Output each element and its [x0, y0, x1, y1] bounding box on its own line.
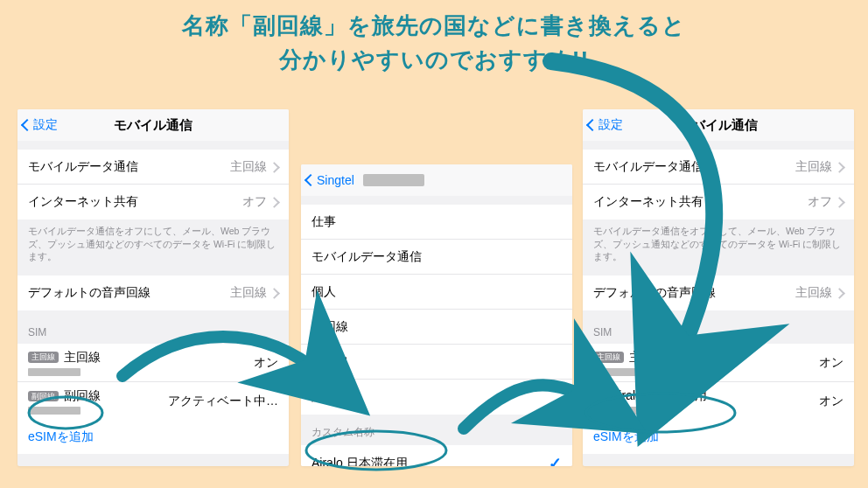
row-value: 主回線	[230, 285, 267, 301]
row-hotspot[interactable]: インターネット共有 オフ	[18, 185, 289, 220]
sim-info: 主回線 主回線	[593, 350, 819, 376]
chevron-right-icon	[836, 195, 844, 209]
nav-title: モバイル通信	[18, 117, 289, 134]
chevron-right-icon	[270, 160, 278, 174]
group-voice: デフォルトの音声回線 主回線	[18, 275, 289, 310]
back-label: 設定	[33, 117, 58, 133]
row-label: デフォルトの音声回線	[28, 285, 230, 301]
redacted-icon	[593, 368, 646, 376]
sim-section-header: SIM	[583, 310, 854, 344]
row-label: デフォルトの音声回線	[593, 285, 795, 301]
option-label: モバイルデータ通信	[312, 249, 562, 265]
row-label: モバイルデータ通信	[28, 159, 230, 175]
back-label: Singtel	[317, 173, 354, 187]
row-hotspot[interactable]: インターネット共有 オフ	[583, 185, 854, 220]
custom-name-input[interactable]: Airalo 日本滞在用 ✓	[301, 445, 572, 466]
chevron-right-icon	[270, 195, 278, 209]
redacted-icon	[28, 407, 80, 415]
chevron-right-icon	[270, 286, 278, 300]
sim-info: A Airalo 日本滞在用	[593, 388, 819, 415]
chevron-right-icon	[836, 160, 844, 174]
option-primary[interactable]: 主回線	[301, 310, 572, 345]
data-footnote: モバイルデータ通信をオフにして、メール、Web ブラウズ、プッシュ通知などのすべ…	[18, 220, 289, 263]
group-voice: デフォルトの音声回線 主回線	[583, 275, 854, 310]
sim-section-header: SIM	[18, 310, 289, 344]
headline: 名称「副回線」を旅先の国などに書き換えると 分かりやすいのでおすすめ!!	[0, 9, 868, 77]
row-label: モバイルデータ通信	[593, 159, 795, 175]
checkmark-icon: ✓	[549, 454, 562, 466]
row-value: 主回線	[795, 285, 832, 301]
sim-badge: 主回線	[28, 352, 59, 363]
group-data: モバイルデータ通信 主回線 インターネット共有 オフ	[18, 150, 289, 220]
row-mobile-data[interactable]: モバイルデータ通信 主回線	[583, 150, 854, 185]
sim-name: 主回線 主回線	[593, 350, 819, 366]
option-secondary[interactable]: 副回線	[301, 345, 572, 380]
redacted-icon	[28, 368, 80, 376]
sim-value: オン	[254, 355, 278, 371]
sim-name: 主回線 主回線	[28, 350, 254, 366]
row-value: オフ	[808, 194, 832, 210]
row-value: オフ	[242, 194, 267, 210]
redacted-icon	[363, 174, 424, 186]
nav-bar: 設定 モバイル通信	[583, 109, 854, 141]
sim-value: オン	[819, 394, 844, 409]
custom-name-value: Airalo 日本滞在用	[312, 456, 549, 466]
sim-info: 主回線 主回線	[28, 350, 254, 376]
add-esim-button[interactable]: eSIMを追加	[18, 421, 289, 454]
add-esim-button[interactable]: eSIMを追加	[583, 421, 854, 454]
sim-info: 副回線 副回線	[28, 388, 168, 415]
sim-group: 主回線 主回線 オン 副回線 副回線 アクティベート中…	[18, 344, 289, 421]
nav-bar: 設定 モバイル通信	[18, 109, 289, 141]
option-travel[interactable]: 旅行	[301, 380, 572, 415]
sim-row-airalo[interactable]: A Airalo 日本滞在用 オン	[583, 382, 854, 421]
option-label: 旅行	[312, 389, 562, 405]
row-default-voice[interactable]: デフォルトの音声回線 主回線	[18, 275, 289, 310]
nav-title: モバイル通信	[583, 117, 854, 134]
custom-name-header: カスタム名称	[301, 415, 572, 445]
add-esim-label: eSIMを追加	[28, 429, 94, 443]
sim-badge: A	[593, 391, 606, 402]
row-value: 主回線	[795, 159, 832, 175]
sim-name: 副回線 副回線	[28, 388, 168, 404]
row-mobile-data[interactable]: モバイルデータ通信 主回線	[18, 150, 289, 185]
redacted-icon	[593, 407, 646, 415]
option-mobile-data[interactable]: モバイルデータ通信	[301, 240, 572, 275]
data-footnote: モバイルデータ通信をオフにして、メール、Web ブラウズ、プッシュ通知などのすべ…	[583, 220, 854, 263]
chevron-left-icon	[588, 118, 597, 132]
back-button[interactable]: 設定	[588, 117, 623, 133]
headline-line-2: 分かりやすいのでおすすめ!!	[279, 46, 589, 73]
sim-name-text: Airalo 日本滞在用	[611, 388, 707, 404]
group-data: モバイルデータ通信 主回線 インターネット共有 オフ	[583, 150, 854, 220]
sim-value: アクティベート中…	[168, 394, 278, 409]
chevron-right-icon	[836, 286, 844, 300]
options-group: 仕事 モバイルデータ通信 個人 主回線 副回線 旅行	[301, 205, 572, 415]
option-work[interactable]: 仕事	[301, 205, 572, 240]
sim-group: 主回線 主回線 オン A Airalo 日本滞在用 オン	[583, 344, 854, 421]
chevron-left-icon	[306, 173, 315, 187]
option-label: 副回線	[312, 354, 562, 370]
headline-line-1: 名称「副回線」を旅先の国などに書き換えると	[182, 12, 686, 38]
chevron-left-icon	[23, 118, 32, 132]
sim-value: オン	[819, 355, 844, 371]
row-default-voice[interactable]: デフォルトの音声回線 主回線	[583, 275, 854, 310]
panel-mobile-right: 設定 モバイル通信 モバイルデータ通信 主回線 インターネット共有 オフ モバイ…	[583, 109, 854, 466]
sim-name-text: 副回線	[64, 388, 101, 404]
back-button[interactable]: 設定	[23, 117, 58, 133]
sim-row-primary[interactable]: 主回線 主回線 オン	[583, 344, 854, 382]
nav-bar: Singtel	[301, 164, 572, 196]
back-button[interactable]: Singtel	[306, 173, 424, 187]
panel-mobile-left: 設定 モバイル通信 モバイルデータ通信 主回線 インターネット共有 オフ モバイ…	[18, 109, 289, 466]
option-personal[interactable]: 個人	[301, 275, 572, 310]
option-label: 仕事	[312, 214, 562, 230]
sim-name: A Airalo 日本滞在用	[593, 388, 819, 404]
row-label: インターネット共有	[593, 194, 808, 210]
row-value: 主回線	[230, 159, 267, 175]
row-label: インターネット共有	[28, 194, 242, 210]
add-esim-label: eSIMを追加	[593, 429, 659, 443]
option-label: 主回線	[312, 319, 562, 335]
sim-row-primary[interactable]: 主回線 主回線 オン	[18, 344, 289, 382]
sim-name-text: 主回線	[64, 350, 101, 366]
sim-row-secondary[interactable]: 副回線 副回線 アクティベート中…	[18, 382, 289, 421]
back-label: 設定	[598, 117, 623, 133]
option-label: 個人	[312, 284, 562, 300]
